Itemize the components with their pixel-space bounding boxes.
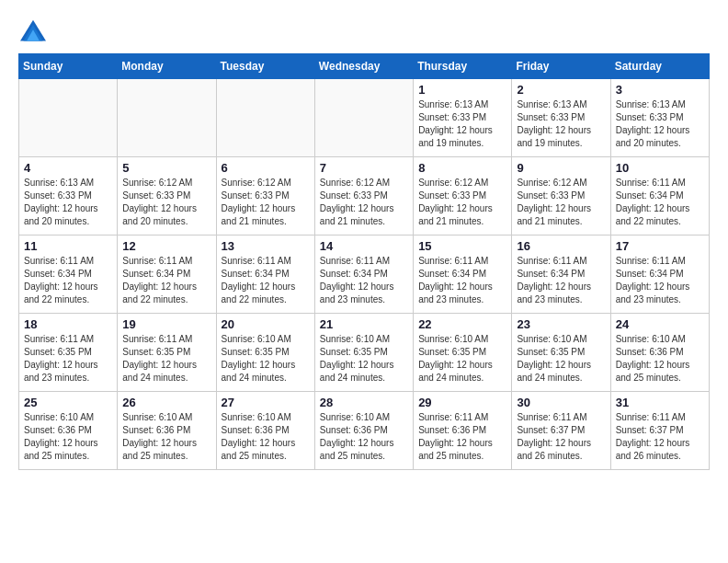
day-info: Sunrise: 6:10 AM Sunset: 6:36 PM Dayligh…	[24, 411, 112, 463]
week-row-1: 1Sunrise: 6:13 AM Sunset: 6:33 PM Daylig…	[19, 79, 710, 157]
weekday-saturday: Saturday	[610, 54, 709, 79]
weekday-thursday: Thursday	[414, 54, 512, 79]
day-info: Sunrise: 6:12 AM Sunset: 6:33 PM Dayligh…	[418, 177, 506, 228]
day-info: Sunrise: 6:11 AM Sunset: 6:35 PM Dayligh…	[122, 333, 210, 385]
day-info: Sunrise: 6:11 AM Sunset: 6:34 PM Dayligh…	[222, 255, 310, 306]
day-cell: 7Sunrise: 6:12 AM Sunset: 6:33 PM Daylig…	[314, 157, 413, 236]
day-cell: 24Sunrise: 6:10 AM Sunset: 6:36 PM Dayli…	[610, 314, 709, 392]
weekday-header-row: SundayMondayTuesdayWednesdayThursdayFrid…	[19, 54, 710, 79]
day-number: 31	[616, 396, 704, 409]
day-number: 28	[320, 396, 408, 409]
day-number: 2	[517, 83, 605, 97]
day-cell: 31Sunrise: 6:11 AM Sunset: 6:37 PM Dayli…	[610, 392, 709, 470]
day-cell: 14Sunrise: 6:11 AM Sunset: 6:34 PM Dayli…	[314, 236, 413, 314]
day-info: Sunrise: 6:11 AM Sunset: 6:37 PM Dayligh…	[616, 411, 704, 463]
day-cell: 19Sunrise: 6:11 AM Sunset: 6:35 PM Dayli…	[118, 314, 216, 392]
day-cell: 9Sunrise: 6:12 AM Sunset: 6:33 PM Daylig…	[512, 157, 610, 236]
day-cell: 22Sunrise: 6:10 AM Sunset: 6:35 PM Dayli…	[414, 314, 512, 392]
day-info: Sunrise: 6:10 AM Sunset: 6:35 PM Dayligh…	[517, 333, 605, 385]
day-cell	[216, 79, 314, 157]
weekday-monday: Monday	[118, 54, 216, 79]
day-info: Sunrise: 6:12 AM Sunset: 6:33 PM Dayligh…	[222, 177, 310, 228]
week-row-5: 25Sunrise: 6:10 AM Sunset: 6:36 PM Dayli…	[19, 392, 710, 470]
day-cell: 3Sunrise: 6:13 AM Sunset: 6:33 PM Daylig…	[610, 79, 709, 157]
day-number: 13	[222, 239, 310, 253]
day-number: 30	[517, 396, 605, 409]
weekday-wednesday: Wednesday	[314, 54, 413, 79]
day-info: Sunrise: 6:10 AM Sunset: 6:36 PM Dayligh…	[320, 411, 408, 463]
day-number: 17	[616, 239, 704, 253]
day-info: Sunrise: 6:11 AM Sunset: 6:36 PM Dayligh…	[418, 411, 506, 463]
day-info: Sunrise: 6:13 AM Sunset: 6:33 PM Dayligh…	[24, 177, 112, 228]
day-number: 9	[517, 161, 605, 175]
day-cell: 29Sunrise: 6:11 AM Sunset: 6:36 PM Dayli…	[414, 392, 512, 470]
day-cell: 28Sunrise: 6:10 AM Sunset: 6:36 PM Dayli…	[314, 392, 413, 470]
day-info: Sunrise: 6:11 AM Sunset: 6:34 PM Dayligh…	[517, 255, 605, 306]
day-cell: 16Sunrise: 6:11 AM Sunset: 6:34 PM Dayli…	[512, 236, 610, 314]
day-number: 12	[122, 239, 210, 253]
day-info: Sunrise: 6:11 AM Sunset: 6:35 PM Dayligh…	[24, 333, 112, 385]
day-cell: 25Sunrise: 6:10 AM Sunset: 6:36 PM Dayli…	[19, 392, 118, 470]
calendar-header: SundayMondayTuesdayWednesdayThursdayFrid…	[19, 54, 710, 79]
day-number: 5	[122, 161, 210, 175]
day-info: Sunrise: 6:12 AM Sunset: 6:33 PM Dayligh…	[320, 177, 408, 228]
logo-icon	[18, 18, 48, 44]
day-cell: 1Sunrise: 6:13 AM Sunset: 6:33 PM Daylig…	[414, 79, 512, 157]
day-info: Sunrise: 6:10 AM Sunset: 6:36 PM Dayligh…	[616, 333, 704, 385]
day-cell: 8Sunrise: 6:12 AM Sunset: 6:33 PM Daylig…	[414, 157, 512, 236]
day-cell: 26Sunrise: 6:10 AM Sunset: 6:36 PM Dayli…	[118, 392, 216, 470]
day-number: 8	[418, 161, 506, 175]
day-number: 22	[418, 317, 506, 331]
day-cell: 27Sunrise: 6:10 AM Sunset: 6:36 PM Dayli…	[216, 392, 314, 470]
day-number: 25	[24, 396, 112, 409]
day-info: Sunrise: 6:11 AM Sunset: 6:34 PM Dayligh…	[320, 255, 408, 306]
weekday-sunday: Sunday	[19, 54, 118, 79]
day-cell	[118, 79, 216, 157]
day-info: Sunrise: 6:10 AM Sunset: 6:35 PM Dayligh…	[222, 333, 310, 385]
day-info: Sunrise: 6:11 AM Sunset: 6:34 PM Dayligh…	[24, 255, 112, 306]
day-cell: 12Sunrise: 6:11 AM Sunset: 6:34 PM Dayli…	[118, 236, 216, 314]
weekday-friday: Friday	[512, 54, 610, 79]
day-number: 4	[24, 161, 112, 175]
day-number: 3	[616, 83, 704, 97]
day-number: 19	[122, 317, 210, 331]
week-row-3: 11Sunrise: 6:11 AM Sunset: 6:34 PM Dayli…	[19, 236, 710, 314]
day-info: Sunrise: 6:11 AM Sunset: 6:37 PM Dayligh…	[517, 411, 605, 463]
logo	[18, 18, 51, 44]
day-number: 21	[320, 317, 408, 331]
day-cell: 30Sunrise: 6:11 AM Sunset: 6:37 PM Dayli…	[512, 392, 610, 470]
day-cell: 18Sunrise: 6:11 AM Sunset: 6:35 PM Dayli…	[19, 314, 118, 392]
week-row-4: 18Sunrise: 6:11 AM Sunset: 6:35 PM Dayli…	[19, 314, 710, 392]
day-info: Sunrise: 6:13 AM Sunset: 6:33 PM Dayligh…	[517, 98, 605, 150]
day-info: Sunrise: 6:10 AM Sunset: 6:35 PM Dayligh…	[320, 333, 408, 385]
day-number: 10	[616, 161, 704, 175]
day-cell	[314, 79, 413, 157]
day-number: 26	[122, 396, 210, 409]
day-cell: 17Sunrise: 6:11 AM Sunset: 6:34 PM Dayli…	[610, 236, 709, 314]
calendar-table: SundayMondayTuesdayWednesdayThursdayFrid…	[18, 53, 710, 470]
day-cell: 21Sunrise: 6:10 AM Sunset: 6:35 PM Dayli…	[314, 314, 413, 392]
day-info: Sunrise: 6:11 AM Sunset: 6:34 PM Dayligh…	[616, 177, 704, 228]
page-header	[18, 18, 710, 44]
day-cell: 5Sunrise: 6:12 AM Sunset: 6:33 PM Daylig…	[118, 157, 216, 236]
day-cell: 4Sunrise: 6:13 AM Sunset: 6:33 PM Daylig…	[19, 157, 118, 236]
day-cell	[19, 79, 118, 157]
weekday-tuesday: Tuesday	[216, 54, 314, 79]
day-info: Sunrise: 6:13 AM Sunset: 6:33 PM Dayligh…	[616, 98, 704, 150]
day-number: 27	[222, 396, 310, 409]
day-number: 6	[222, 161, 310, 175]
day-number: 14	[320, 239, 408, 253]
day-cell: 6Sunrise: 6:12 AM Sunset: 6:33 PM Daylig…	[216, 157, 314, 236]
day-info: Sunrise: 6:11 AM Sunset: 6:34 PM Dayligh…	[122, 255, 210, 306]
calendar-body: 1Sunrise: 6:13 AM Sunset: 6:33 PM Daylig…	[19, 79, 710, 470]
day-cell: 13Sunrise: 6:11 AM Sunset: 6:34 PM Dayli…	[216, 236, 314, 314]
day-info: Sunrise: 6:10 AM Sunset: 6:36 PM Dayligh…	[122, 411, 210, 463]
day-info: Sunrise: 6:12 AM Sunset: 6:33 PM Dayligh…	[122, 177, 210, 228]
day-number: 23	[517, 317, 605, 331]
day-number: 24	[616, 317, 704, 331]
day-number: 20	[222, 317, 310, 331]
day-info: Sunrise: 6:11 AM Sunset: 6:34 PM Dayligh…	[616, 255, 704, 306]
week-row-2: 4Sunrise: 6:13 AM Sunset: 6:33 PM Daylig…	[19, 157, 710, 236]
day-number: 7	[320, 161, 408, 175]
day-info: Sunrise: 6:10 AM Sunset: 6:35 PM Dayligh…	[418, 333, 506, 385]
